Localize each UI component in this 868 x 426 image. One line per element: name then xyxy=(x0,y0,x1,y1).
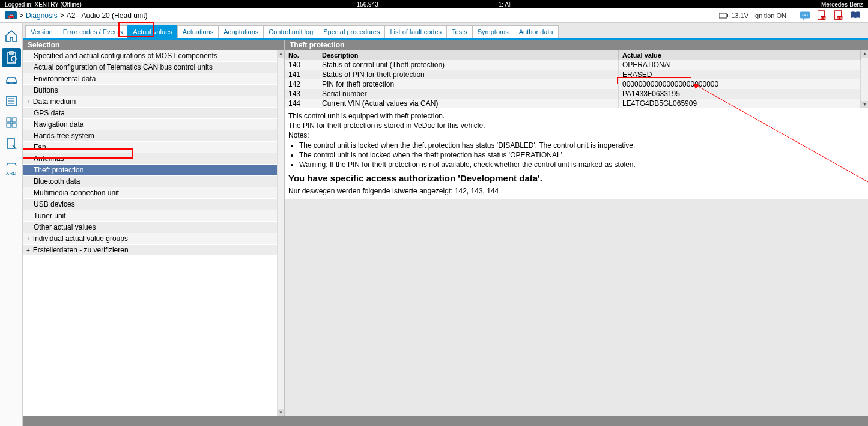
svg-rect-0 xyxy=(719,13,727,18)
selection-tree: Specified and actual configurations of M… xyxy=(23,50,277,416)
note-line2: The PIN for theft protection is stored i… xyxy=(288,121,864,130)
tab-control-unit-log[interactable]: Control unit log xyxy=(263,25,318,38)
svg-rect-24 xyxy=(12,123,16,127)
cell-no: 142 xyxy=(285,79,318,89)
cell-no: 143 xyxy=(285,89,318,99)
table-header: No. Description Actual value xyxy=(285,50,861,60)
breadcrumb-diagnosis[interactable]: Diagnosis xyxy=(26,11,58,20)
table-row[interactable]: 144Current VIN (Actual values via CAN)LE… xyxy=(285,99,861,108)
svg-text:PDF: PDF xyxy=(837,16,842,19)
scroll-down-icon[interactable]: ▼ xyxy=(861,101,868,108)
tree-scrollbar[interactable]: ▲ ▼ xyxy=(277,50,284,416)
cell-val: 000000000000000000000000 xyxy=(619,79,861,89)
col-header-desc[interactable]: Description xyxy=(318,50,619,60)
bottom-bar xyxy=(23,416,868,426)
svg-rect-22 xyxy=(12,118,16,122)
scroll-up-icon[interactable]: ▲ xyxy=(278,50,284,58)
scroll-down-icon[interactable]: ▼ xyxy=(278,409,284,416)
xrd-icon[interactable]: XRD xyxy=(2,156,21,175)
note-line1: This control unit is equipped with theft… xyxy=(288,112,864,120)
col-header-val[interactable]: Actual value xyxy=(619,50,861,60)
tab-tests[interactable]: Tests xyxy=(446,25,473,38)
cell-val: ERASED xyxy=(619,70,861,79)
cell-val: OPERATIONAL xyxy=(619,60,861,70)
tree-item-individual-actual-value-groups[interactable]: Individual actual value groups xyxy=(23,233,277,245)
topbar-brand: Mercedes-Benz xyxy=(743,1,863,8)
svg-text:PDF: PDF xyxy=(820,16,825,19)
tab-actual-values[interactable]: Actual values xyxy=(127,25,177,38)
tab-author-data[interactable]: Author data xyxy=(514,25,559,38)
svg-rect-1 xyxy=(727,14,728,17)
note-german: Nur deswegen werden folgende Istwerte an… xyxy=(288,187,864,195)
topbar-km: 156.943 xyxy=(357,1,378,8)
car-icon: 🚗 xyxy=(5,11,17,19)
tree-item-usb-devices[interactable]: USB devices xyxy=(23,199,277,210)
tree-item-other-actual-values[interactable]: Other actual values xyxy=(23,222,277,233)
topbar-filter: 1: All xyxy=(499,1,512,8)
cell-desc: Status of PIN for theft protection xyxy=(318,70,619,79)
tree-item-multimedia-connection-unit[interactable]: Multimedia connection unit xyxy=(23,187,277,199)
tree-item-gps-data[interactable]: GPS data xyxy=(23,108,277,119)
home-icon[interactable] xyxy=(2,26,21,46)
tab-adaptations[interactable]: Adaptations xyxy=(218,25,264,38)
pdf-export-icon-2[interactable]: PDF xyxy=(831,9,846,22)
cell-val: LE4TG4DB5GL065909 xyxy=(619,99,861,108)
chat-icon[interactable] xyxy=(797,9,813,22)
document-icon[interactable] xyxy=(2,135,21,154)
table-row[interactable]: 142PIN for theft protection0000000000000… xyxy=(285,79,861,89)
note-bullet: The control unit is locked when the thef… xyxy=(299,141,864,150)
tree-item-actual-configuration-of-telema[interactable]: Actual configuration of Telematics CAN b… xyxy=(23,62,277,73)
note-line3: Notes: xyxy=(288,131,864,139)
svg-point-4 xyxy=(804,14,806,16)
cell-val: PA1433F0633195 xyxy=(619,89,861,99)
table-row[interactable]: 141Status of PIN for theft protectionERA… xyxy=(285,70,861,79)
pdf-export-icon-1[interactable]: PDF xyxy=(814,9,830,22)
tree-item-fan[interactable]: Fan xyxy=(23,142,277,153)
svg-rect-23 xyxy=(7,123,11,127)
tree-item-hands-free-system[interactable]: Hands-free system xyxy=(23,130,277,142)
tree-item-navigation-data[interactable]: Navigation data xyxy=(23,119,277,130)
tab-special-procedures[interactable]: Special procedures xyxy=(318,25,385,38)
tree-item-bluetooth-data[interactable]: Bluetooth data xyxy=(23,176,277,187)
scroll-up-icon[interactable]: ▲ xyxy=(861,50,868,58)
tab-symptoms[interactable]: Symptoms xyxy=(472,25,514,38)
note-bullet: Warning: If the PIN for theft protection… xyxy=(299,160,864,169)
svg-point-16 xyxy=(13,82,15,84)
cell-no: 144 xyxy=(285,99,318,108)
ignition-status: Ignition ON xyxy=(753,12,786,19)
tree-item-data-medium[interactable]: Data medium xyxy=(23,96,277,108)
svg-point-3 xyxy=(802,14,803,16)
battery-status: 13.1V xyxy=(719,12,748,19)
tree-item-environmental-data[interactable]: Environmental data xyxy=(23,73,277,85)
selection-panel-header: Selection xyxy=(23,40,284,50)
svg-point-5 xyxy=(807,14,808,16)
grid-icon[interactable] xyxy=(2,113,21,132)
table-row[interactable]: 140Status of control unit (Theft protect… xyxy=(285,60,861,70)
tab-list-of-fault-codes[interactable]: List of fault codes xyxy=(384,25,447,38)
table-row[interactable]: 143Serial numberPA1433F0633195 xyxy=(285,89,861,99)
tab-actuations[interactable]: Actuations xyxy=(177,25,219,38)
breadcrumb-bar: 🚗 > Diagnosis > A2 - Audio 20 (Head unit… xyxy=(0,8,868,23)
notes-area: This control unit is equipped with theft… xyxy=(285,108,868,199)
tabs-bar: VersionError codes / EventsActual values… xyxy=(23,23,868,38)
cell-no: 140 xyxy=(285,60,318,70)
tree-item-antennas[interactable]: Antennas xyxy=(23,153,277,165)
clipboard-icon[interactable] xyxy=(2,48,21,67)
cell-desc: Serial number xyxy=(318,89,619,99)
top-status-bar: Logged in: XENTRY (Offline) 156.943 1: A… xyxy=(0,0,868,8)
tab-error-codes-events[interactable]: Error codes / Events xyxy=(58,25,129,38)
col-header-no[interactable]: No. xyxy=(285,50,318,60)
checklist-icon[interactable] xyxy=(2,91,21,111)
tab-version[interactable]: Version xyxy=(25,25,58,38)
breadcrumb-a2: A2 - Audio 20 (Head unit) xyxy=(67,11,148,20)
cell-desc: PIN for theft protection xyxy=(318,79,619,89)
login-status: Logged in: XENTRY (Offline) xyxy=(5,1,125,8)
tree-item-buttons[interactable]: Buttons xyxy=(23,85,277,96)
tree-item-specified-and-actual-configura[interactable]: Specified and actual configurations of M… xyxy=(23,50,277,62)
tree-item-erstellerdaten-zu-verifizieren[interactable]: Erstellerdaten - zu verifizieren xyxy=(23,245,277,256)
tree-item-tuner-unit[interactable]: Tuner unit xyxy=(23,210,277,222)
vehicle-icon[interactable] xyxy=(2,70,21,89)
table-scrollbar[interactable]: ▲ ▼ xyxy=(861,50,868,108)
tree-item-theft-protection[interactable]: Theft protection xyxy=(23,165,277,176)
book-icon[interactable] xyxy=(848,9,863,22)
